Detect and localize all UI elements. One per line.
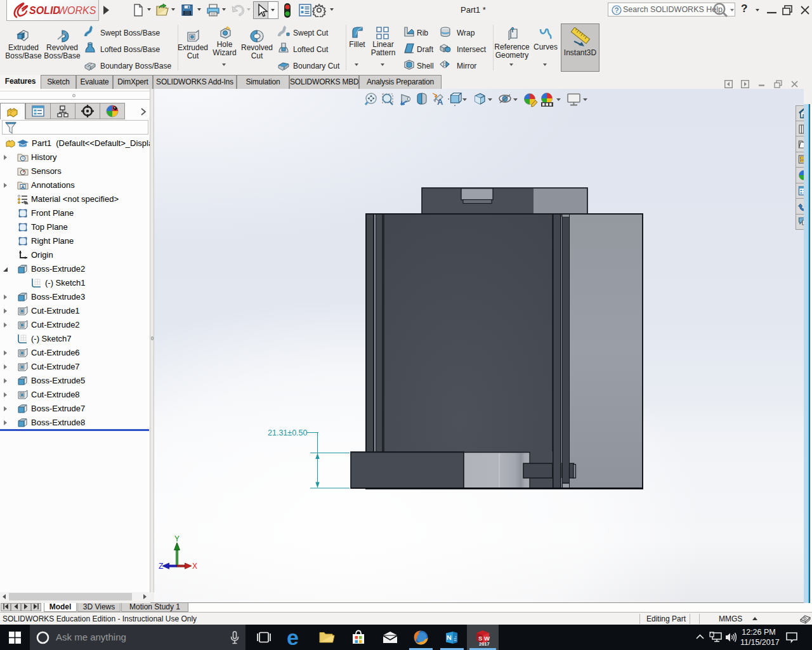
- svg-text:Y: Y: [174, 534, 180, 543]
- svg-text:A: A: [21, 183, 25, 189]
- svg-text:Z: Z: [159, 562, 163, 571]
- svg-text:SOLID: SOLID: [29, 5, 60, 16]
- svg-text:A: A: [437, 97, 443, 107]
- svg-text:?: ?: [615, 6, 619, 14]
- svg-text:WORKS: WORKS: [58, 5, 96, 16]
- svg-text:21.31±0.50: 21.31±0.50: [268, 428, 308, 437]
- svg-text:2017: 2017: [479, 641, 490, 646]
- svg-text:X: X: [192, 562, 197, 571]
